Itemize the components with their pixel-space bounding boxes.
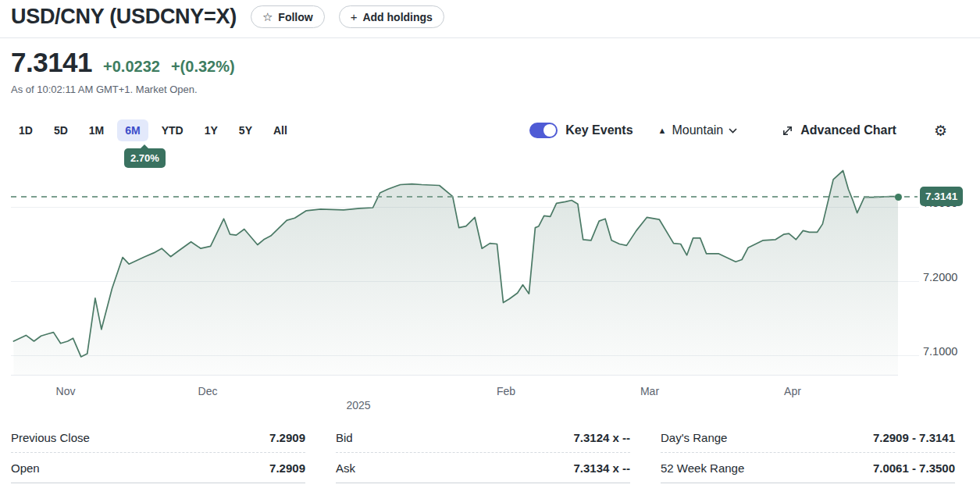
header-divider (0, 37, 980, 38)
stat-label: Previous Close (11, 431, 90, 444)
stat-cell: Day's Range7.2909 - 7.3141 (661, 422, 955, 453)
plus-icon: + (351, 10, 358, 23)
advanced-chart-label: Advanced Chart (800, 123, 896, 137)
current-price-dashed-line (11, 196, 918, 198)
range-tab-1d[interactable]: 1D (11, 119, 41, 141)
stat-value: 7.2909 - 7.3141 (873, 431, 955, 444)
chevron-down-icon (729, 128, 737, 134)
mountain-area-plot[interactable] (11, 160, 898, 375)
x-axis-line (11, 375, 898, 376)
range-tabs: 1D5D1M6MYTD1Y5YAll (11, 119, 295, 141)
add-holdings-label: Add holdings (362, 11, 432, 23)
toolbar-right: Key Events ▲ Mountain Advanced Chart ⚙ (529, 123, 947, 138)
as-of-text: As of 10:02:11 AM GMT+1. Market Open. (11, 84, 235, 95)
stat-value: 7.3134 x -- (573, 461, 630, 475)
price-change-percent: +(0.32%) (171, 58, 235, 76)
advanced-chart-button[interactable]: Advanced Chart (781, 123, 896, 137)
stat-label: Bid (336, 431, 353, 444)
key-events-toggle[interactable] (529, 123, 558, 138)
range-tab-all[interactable]: All (265, 119, 295, 141)
quote-page: USD/CNY (USDCNY=X) ☆ Follow + Add holdin… (0, 0, 980, 488)
settings-gear-icon[interactable]: ⚙ (934, 123, 947, 138)
stat-label: Day's Range (661, 431, 727, 444)
price-area-fill (13, 171, 898, 376)
range-tab-5y[interactable]: 5Y (231, 119, 260, 141)
key-statistics: Previous Close7.2909Bid7.3124 x --Day's … (11, 422, 955, 483)
range-tab-6m[interactable]: 6M (117, 119, 148, 141)
stat-label: Open (11, 461, 40, 475)
stat-label: 52 Week Range (661, 461, 744, 475)
toggle-knob (543, 124, 556, 137)
stat-value: 7.2909 (269, 431, 305, 444)
current-price-dot (895, 194, 902, 201)
stat-label: Ask (336, 461, 355, 475)
chart-toolbar: 1D5D1M6MYTD1Y5YAll Key Events ▲ Mountain… (11, 117, 947, 144)
star-icon: ☆ (262, 10, 273, 24)
add-holdings-button[interactable]: + Add holdings (339, 5, 444, 28)
x-axis-tick-label: Apr (784, 385, 801, 397)
period-change-badge: 2.70% (124, 148, 166, 168)
quote-summary: 7.3141 +0.0232 +(0.32%) As of 10:02:11 A… (11, 47, 235, 95)
gridline (11, 281, 919, 282)
chart-type-label: Mountain (672, 123, 723, 137)
chart-type-dropdown[interactable]: ▲ Mountain (658, 123, 738, 137)
stat-value: 7.0061 - 7.3500 (873, 461, 955, 475)
range-tab-ytd[interactable]: YTD (154, 119, 191, 141)
x-axis-tick-label: Feb (497, 385, 515, 397)
x-axis-tick-label: Nov (56, 385, 76, 397)
price-change: +0.0232 (103, 58, 160, 76)
gridline (11, 355, 919, 356)
stat-cell: Open7.2909 (11, 453, 305, 483)
stat-cell: Ask7.3134 x -- (336, 453, 630, 483)
follow-button[interactable]: ☆ Follow (251, 5, 325, 28)
period-change-value: 2.70% (130, 152, 159, 164)
badge-arrow (141, 144, 148, 148)
mountain-icon: ▲ (658, 126, 667, 135)
current-price: 7.3141 (11, 47, 92, 78)
key-events-label: Key Events (565, 123, 633, 137)
y-axis-tick-label: 7.2000 (923, 271, 957, 283)
x-axis-tick-label: 2025 (346, 399, 370, 411)
y-axis-tick-label: 7.1000 (923, 345, 957, 358)
price-line (13, 171, 898, 357)
stat-cell: Previous Close7.2909 (11, 422, 305, 453)
range-tab-1y[interactable]: 1Y (197, 119, 226, 141)
stat-value: 7.2909 (269, 461, 305, 475)
range-tab-5d[interactable]: 5D (46, 119, 76, 141)
x-axis-tick-label: Mar (640, 385, 659, 397)
follow-button-label: Follow (278, 11, 312, 23)
expand-diagonal-icon (781, 124, 794, 137)
quote-header: USD/CNY (USDCNY=X) ☆ Follow + Add holdin… (11, 5, 444, 29)
stat-cell: Bid7.3124 x -- (336, 422, 630, 453)
x-axis-tick-label: Dec (198, 385, 218, 397)
gridline (11, 207, 919, 208)
stat-cell: 52 Week Range7.0061 - 7.3500 (661, 453, 955, 483)
current-price-badge: 7.3141 (920, 187, 963, 206)
stat-value: 7.3124 x -- (573, 431, 630, 444)
y-axis-tick-label: 7.3000 (923, 197, 957, 209)
range-tab-1m[interactable]: 1M (81, 119, 112, 141)
page-title: USD/CNY (USDCNY=X) (11, 5, 237, 29)
